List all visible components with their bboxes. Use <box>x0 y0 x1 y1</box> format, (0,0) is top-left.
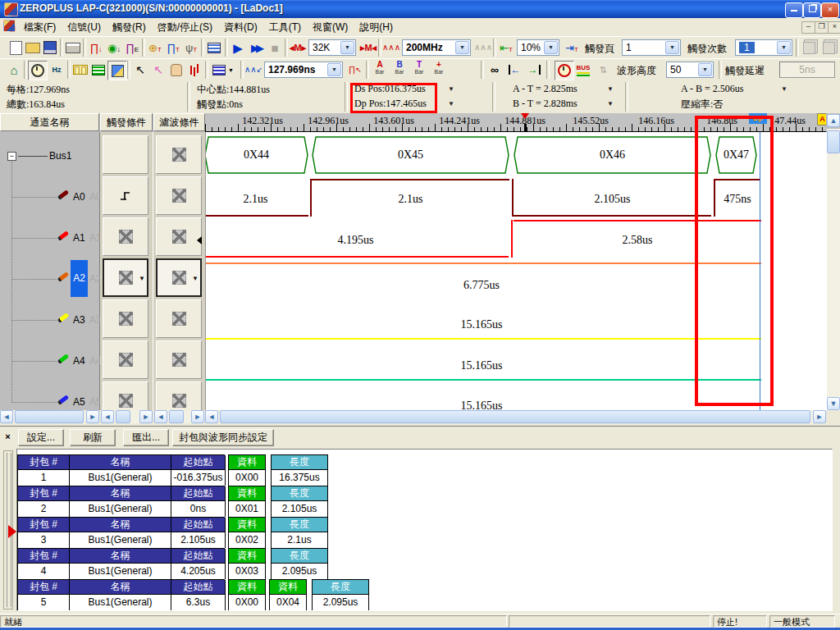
print-icon[interactable] <box>64 39 82 57</box>
vertical-scrollbar[interactable] <box>827 129 840 397</box>
packet-value-start[interactable]: 2.105us <box>171 532 226 548</box>
channel-setup-icon[interactable]: ◉↓ <box>105 39 123 57</box>
trigger-mark-text-icon[interactable]: ψT <box>182 39 200 57</box>
restore-button[interactable] <box>803 2 821 18</box>
time-ruler[interactable]: 142.321us142.961us143.601us144.241us144.… <box>205 113 826 132</box>
bar-icon-t[interactable]: TBar <box>410 61 428 79</box>
close-button[interactable]: × <box>821 2 839 18</box>
menu-item-4[interactable]: 資料(D) <box>218 18 263 34</box>
display-ratio-combo[interactable]: 10%▼ <box>517 39 559 56</box>
names-scrollbar-right-button[interactable]: ► <box>86 410 99 423</box>
column-header-filter-condition[interactable]: 濾波條件 <box>153 113 205 131</box>
packet-view-icon[interactable] <box>107 61 127 80</box>
packet-value-data[interactable]: 0X01 <box>229 501 265 517</box>
filter-cell-row0[interactable] <box>156 135 202 174</box>
bar-icon-b[interactable]: BBar <box>390 61 409 79</box>
vscroll-down-button[interactable]: ▼ <box>827 397 840 410</box>
packet-value-len[interactable]: 2.105us <box>272 501 327 517</box>
frequency-mode-icon[interactable]: Hz <box>48 61 66 79</box>
packet-value-num[interactable]: 2 <box>18 501 70 517</box>
packet-value-len[interactable]: 2.095us <box>272 564 327 579</box>
trigger-count-combo[interactable]: 1▼ <box>735 39 792 56</box>
save-icon[interactable] <box>41 39 59 57</box>
trigger-edit-icon[interactable]: ∏E <box>123 39 141 57</box>
pinned-bar-marker[interactable]: A <box>817 113 826 126</box>
filter-cell-row4[interactable] <box>156 299 202 338</box>
names-scrollbar-left-button[interactable]: ◄ <box>0 410 13 423</box>
packet-value-start[interactable]: -016.375us <box>171 470 226 486</box>
filter-cell-row5[interactable] <box>156 340 202 379</box>
home-icon[interactable]: ⌂ <box>5 61 23 79</box>
menu-item-0[interactable]: 檔案(F) <box>18 18 62 34</box>
filter-scrollbar-thumb[interactable] <box>169 410 184 423</box>
select-cursor-icon[interactable]: ↖ <box>131 61 149 79</box>
packet-settings-button[interactable]: 設定... <box>18 429 64 446</box>
bus-segment[interactable]: 0X47 <box>715 136 757 174</box>
memory-next-icon[interactable]: ▸M◂ <box>359 39 377 57</box>
trigger-cell-row2[interactable] <box>103 217 148 256</box>
menu-item-2[interactable]: 觸發(R) <box>107 18 152 34</box>
packet-value-start[interactable]: 0ns <box>171 501 226 517</box>
packet-value-data[interactable]: 0X04 <box>270 595 306 610</box>
sampling-setup-icon[interactable]: ∏↓ <box>87 39 105 57</box>
prev-trigger-page-icon[interactable]: ⇤T <box>497 39 515 57</box>
packet-value-data[interactable]: 0X00 <box>229 470 265 486</box>
wave-scrollbar-right-button[interactable]: ► <box>813 410 826 423</box>
packet-value-num[interactable]: 5 <box>18 595 70 610</box>
bar-icon-a[interactable]: ABar <box>371 61 389 79</box>
b-t-dropdown-icon[interactable]: ▼ <box>607 100 614 107</box>
packet-value-num[interactable]: 3 <box>18 532 70 548</box>
hand-tool-icon[interactable] <box>167 61 185 79</box>
ds-pos-dropdown-icon[interactable]: ▼ <box>448 85 454 93</box>
bus-segment[interactable]: 0X45 <box>312 136 509 174</box>
filter-scrollbar-left-button[interactable]: ◄ <box>154 410 167 423</box>
packet-panel-close-icon[interactable]: × <box>2 431 13 442</box>
packet-value-num[interactable]: 4 <box>18 564 70 579</box>
goto-end-icon[interactable]: → <box>525 61 543 79</box>
packet-value-name[interactable]: Bus1(General) <box>70 564 171 579</box>
packet-value-num[interactable]: 1 <box>18 470 70 486</box>
bus-segment[interactable]: 0X44 <box>205 136 308 174</box>
trigger-scrollbar-thumb[interactable] <box>116 410 130 423</box>
filter-dropdown-icon[interactable]: ▼ <box>192 274 199 281</box>
dp-pos-dropdown-icon[interactable]: ▼ <box>448 100 454 107</box>
menu-item-7[interactable]: 說明(H) <box>354 18 399 34</box>
channel-label-a3[interactable]: A3 <box>73 314 85 326</box>
trigger-cell-row4[interactable] <box>103 299 148 338</box>
trigger-scrollbar-left-button[interactable]: ◄ <box>101 410 114 423</box>
trigger-dropdown-icon[interactable]: ▼ <box>139 274 145 281</box>
collapse-handle-icon[interactable] <box>197 236 202 244</box>
repeat-run-button[interactable]: ▶▶ <box>247 39 265 57</box>
bus-color-icon[interactable]: BUS <box>574 61 592 79</box>
packet-value-name[interactable]: Bus1(General) <box>70 470 171 486</box>
open-file-icon[interactable] <box>24 39 42 57</box>
zoom-bar-icon[interactable] <box>185 61 203 79</box>
packet-value-start[interactable]: 4.205us <box>171 564 226 579</box>
filter-cell-row1[interactable] <box>156 176 202 215</box>
mdi-minimize-button[interactable]: – <box>801 21 815 34</box>
mdi-restore-button[interactable]: ❒ <box>815 21 829 34</box>
next-trigger-page-icon[interactable]: ⇥T <box>563 39 581 57</box>
channel-label-a2-selected[interactable]: A2 <box>71 260 88 297</box>
trigger-cell-row3[interactable]: ▼ <box>103 258 148 297</box>
trigger-delay-field[interactable]: 5ns <box>779 62 835 78</box>
time-display-icon[interactable] <box>555 61 574 80</box>
wave-scrollbar-thumb[interactable] <box>220 410 810 423</box>
memory-prev-icon[interactable]: ◂M▸ <box>289 39 307 57</box>
stop-button[interactable]: ■ <box>266 39 284 57</box>
new-file-icon[interactable] <box>7 39 25 57</box>
packet-value-name[interactable]: Bus1(General) <box>70 595 171 610</box>
column-header-channel-name[interactable]: 通道名稱 <box>0 113 99 131</box>
packet-value-len[interactable]: 2.1us <box>272 532 327 548</box>
menu-item-1[interactable]: 信號(U) <box>62 18 107 34</box>
bus-setup-icon[interactable] <box>205 39 223 57</box>
sampling-frequency-combo[interactable]: 200MHz▼ <box>402 39 471 56</box>
filter-cell-row6[interactable] <box>156 381 202 410</box>
goto-start-icon[interactable]: ← <box>505 61 523 79</box>
packet-value-len[interactable]: 16.375us <box>272 470 327 486</box>
channel-label-a5[interactable]: A5 <box>73 396 85 408</box>
sample-clock-icon[interactable]: ∧∧∧ <box>382 39 400 57</box>
menu-item-5[interactable]: 工具(T) <box>263 18 307 34</box>
packet-wave-sync-button[interactable]: 封包與波形同步設定 <box>172 429 274 446</box>
packet-value-data[interactable]: 0X00 <box>229 595 265 610</box>
